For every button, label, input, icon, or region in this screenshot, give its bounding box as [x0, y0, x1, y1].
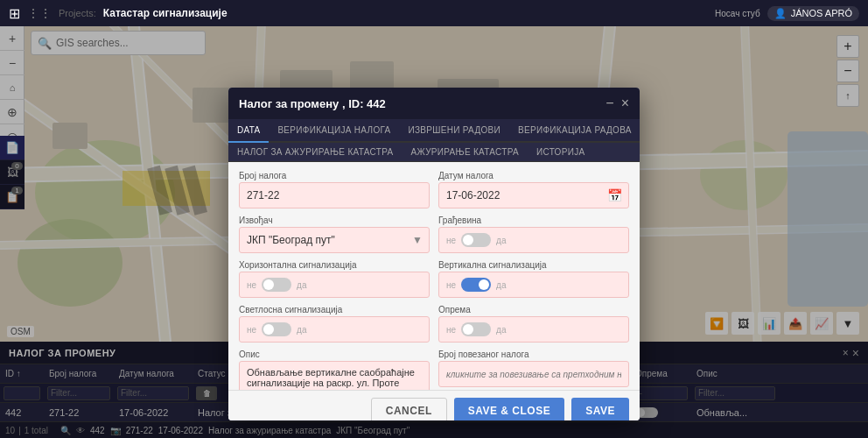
gradjevina-label: Грађевина [438, 215, 629, 225]
form-group-opis: Опис Обнављање вертикалне саобраћајне си… [239, 350, 430, 390]
svetlosna-toggle-on-label: да [297, 325, 306, 335]
modal-tabs: DATA ВЕРИФИКАЦИЈА НАЛОГА ИЗВРШЕНИ РАДОВИ… [228, 119, 640, 143]
gradjevina-toggle-on-label: да [496, 236, 506, 245]
broj-label: Број налога [239, 171, 430, 180]
tab-data[interactable]: DATA [228, 119, 269, 143]
modal-footer: CANCEL SAVE & CLOSE SAVE [228, 390, 640, 420]
topbar: ⊞ ⋮⋮ Projects: Катастар сигнализације Но… [0, 0, 868, 26]
datum-input[interactable] [438, 182, 629, 208]
form-row-2: Извођач ЈКП "Београд пут" ▼ Грађевина не [239, 215, 629, 253]
vert-label: Вертикална сигнализација [438, 260, 629, 270]
subtab-istorija[interactable]: ИСТОРИЈА [528, 143, 593, 161]
save-close-button[interactable]: SAVE & CLOSE [454, 398, 564, 420]
modal-overlay: Налог за промену , ID: 442 − × DATA ВЕРИ… [0, 26, 868, 438]
linked-input[interactable] [438, 361, 629, 387]
gradjevina-toggle-off-label: не [446, 236, 456, 245]
form-row-3: Хоризонтална сигнализација не да Вертика… [239, 260, 629, 298]
tab-verifikacija-naloga[interactable]: ВЕРИФИКАЦИЈА НАЛОГА [269, 119, 399, 143]
form-group-gradjevina: Грађевина не да [438, 215, 629, 253]
svetlosna-toggle[interactable] [262, 322, 291, 336]
oprema-toggle[interactable] [461, 322, 491, 336]
opis-textarea[interactable]: Обнављање вертикалне саобраћајне сигнали… [239, 361, 430, 390]
svetlosna-toggle-group: не да [239, 316, 430, 343]
form-group-broj: Број налога [239, 171, 430, 208]
oprema-label: Опрема [438, 305, 629, 314]
tab-verifikacija-radova[interactable]: ВЕРИФИКАЦИЈА РАДОВА [509, 119, 640, 143]
user-badge[interactable]: 👤 JÁNOS APRÓ [767, 6, 859, 21]
calendar-icon: 📅 [607, 188, 622, 202]
horiz-toggle-group: не да [239, 272, 430, 298]
svetlosna-toggle-off-label: не [247, 325, 256, 335]
oprema-toggle-on-label: да [496, 325, 506, 335]
horiz-toggle-on-label: да [297, 280, 306, 290]
modal-title: Налог за промену , ID: 442 [239, 97, 598, 110]
form-row-5: Опис Обнављање вертикалне саобраћајне си… [239, 350, 629, 390]
form-group-vert: Вертикална сигнализација не да [438, 260, 629, 298]
form-group-datum: Датум налога 📅 [438, 171, 629, 208]
subtab-nalog-azuriranje[interactable]: НАЛОГ ЗА АЖУРИРАЊЕ КАТАСТРА [228, 143, 402, 161]
night-label: Носач стуб [715, 9, 760, 18]
form-row-4: Светлосна сигнализација не да Опрема не [239, 305, 629, 343]
tab-izvrseni[interactable]: ИЗВРШЕНИ РАДОВИ [399, 119, 509, 143]
svetlosna-label: Светлосна сигнализација [239, 305, 430, 314]
horiz-label: Хоризонтална сигнализација [239, 260, 430, 270]
form-group-horiz: Хоризонтална сигнализација не да [239, 260, 430, 298]
modal-close-button[interactable]: × [621, 95, 629, 111]
horiz-toggle[interactable] [262, 278, 291, 292]
form-group-svetlosna: Светлосна сигнализација не да [239, 305, 430, 343]
user-name: JÁNOS APRÓ [791, 8, 852, 18]
horiz-toggle-off-label: не [247, 280, 256, 290]
modal-header: Налог за промену , ID: 442 − × [228, 88, 640, 119]
cancel-button[interactable]: CANCEL [371, 398, 447, 420]
form-group-linked: Број повезаног налога [438, 350, 629, 390]
app-name: Катастар сигнализације [103, 7, 228, 19]
apps-icon: ⋮⋮ [27, 6, 52, 20]
vert-toggle[interactable] [461, 278, 491, 292]
opis-label: Опис [239, 350, 430, 359]
izvodzac-select[interactable]: ЈКП "Београд пут" [239, 227, 430, 253]
oprema-toggle-group: не да [438, 316, 629, 343]
modal-minimize-button[interactable]: − [606, 95, 613, 111]
form-group-izvodzac: Извођач ЈКП "Београд пут" ▼ [239, 215, 430, 253]
projects-label: Projects: [59, 8, 96, 18]
modal-subtabs: НАЛОГ ЗА АЖУРИРАЊЕ КАТАСТРА АЖУРИРАЊЕ КА… [228, 143, 640, 162]
user-icon: 👤 [774, 8, 787, 19]
save-button[interactable]: SAVE [571, 398, 629, 420]
linked-label: Број повезаног налога [438, 350, 629, 359]
vert-toggle-off-label: не [446, 280, 456, 290]
broj-input[interactable] [239, 182, 430, 208]
datum-input-wrap: 📅 [438, 182, 629, 208]
gradjevina-toggle-group: не да [438, 227, 629, 253]
vert-toggle-on-label: да [496, 280, 506, 290]
subtab-azuriranje[interactable]: АЖУРИРАЊЕ КАТАСТРА [402, 143, 528, 161]
form-row-1: Број налога Датум налога 📅 [239, 171, 629, 208]
oprema-toggle-off-label: не [446, 325, 456, 335]
izvodzac-label: Извођач [239, 215, 430, 225]
izvodzac-select-wrap: ЈКП "Београд пут" ▼ [239, 227, 430, 253]
modal-dialog: Налог за промену , ID: 442 − × DATA ВЕРИ… [228, 88, 640, 420]
vert-toggle-group: не да [438, 272, 629, 298]
form-group-oprema: Опрема не да [438, 305, 629, 343]
gradjevina-toggle[interactable] [461, 233, 491, 247]
datum-label: Датум налога [438, 171, 629, 180]
modal-body: Број налога Датум налога 📅 Извођач [228, 162, 640, 390]
grid-icon: ⊞ [9, 5, 20, 22]
